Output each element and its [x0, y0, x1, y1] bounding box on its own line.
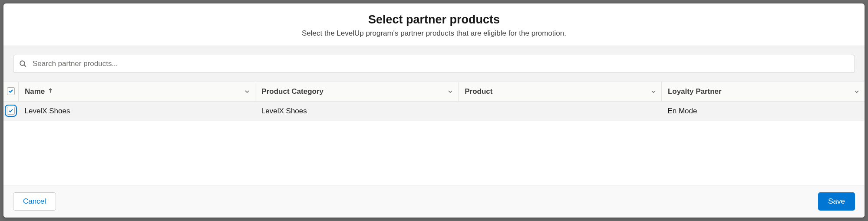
column-header-select-all[interactable] [3, 82, 19, 102]
chevron-down-icon[interactable] [853, 88, 860, 95]
cell-partner: En Mode [661, 102, 865, 121]
column-label: Product Category [261, 87, 323, 96]
column-label: Loyalty Partner [668, 87, 722, 96]
column-label: Product [465, 87, 492, 96]
row-checkbox[interactable] [7, 107, 15, 115]
select-all-checkbox[interactable] [7, 87, 15, 95]
cancel-button[interactable]: Cancel [13, 192, 56, 211]
svg-point-0 [20, 61, 25, 66]
modal-footer: Cancel Save [3, 185, 865, 218]
cell-name: LevelX Shoes [19, 102, 255, 121]
column-header-partner[interactable]: Loyalty Partner [661, 82, 865, 102]
column-label: Name [25, 87, 45, 96]
table-row[interactable]: LevelX Shoes LevelX Shoes En Mode [3, 102, 865, 121]
chevron-down-icon[interactable] [447, 88, 454, 95]
sort-ascending-icon [47, 87, 53, 96]
column-header-product[interactable]: Product [459, 82, 662, 102]
svg-line-1 [24, 65, 26, 67]
column-header-name[interactable]: Name [19, 82, 255, 102]
select-partner-products-modal: Select partner products Select the Level… [3, 3, 865, 218]
modal-title: Select partner products [12, 13, 856, 26]
modal-header: Select partner products Select the Level… [3, 3, 865, 46]
search-section [3, 46, 865, 82]
products-table: Name Product Category [3, 82, 865, 121]
chevron-down-icon[interactable] [244, 88, 251, 95]
cell-category: LevelX Shoes [255, 102, 459, 121]
search-icon [19, 60, 27, 68]
chevron-down-icon[interactable] [650, 88, 657, 95]
cell-product [459, 102, 662, 121]
modal-subtitle: Select the LevelUp program's partner pro… [12, 29, 856, 38]
save-button[interactable]: Save [818, 192, 855, 211]
search-input[interactable] [13, 55, 855, 73]
column-header-category[interactable]: Product Category [255, 82, 459, 102]
